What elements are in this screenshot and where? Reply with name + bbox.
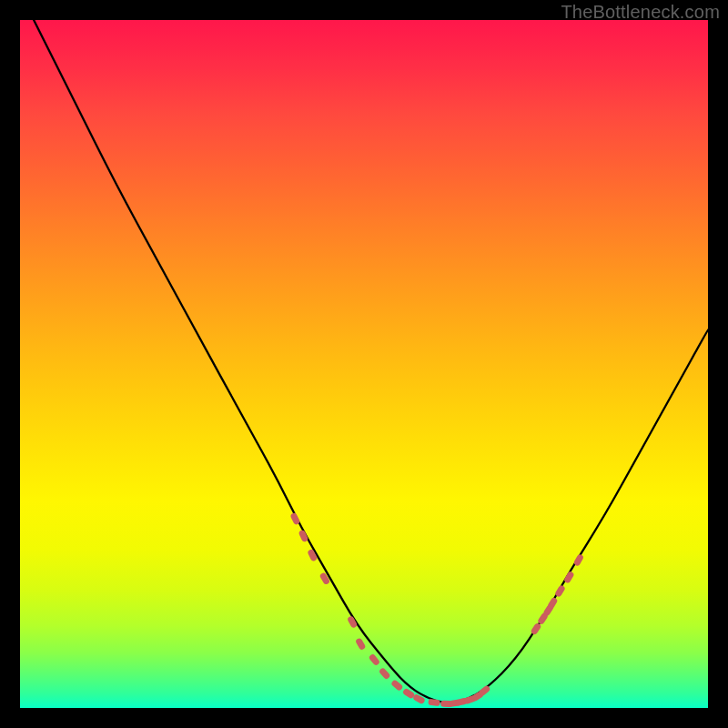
curve-marker xyxy=(390,679,403,692)
valley-markers-group xyxy=(428,684,490,707)
curve-marker xyxy=(379,667,391,680)
curve-marker xyxy=(355,637,367,651)
curve-marker xyxy=(369,653,381,667)
curve-marker xyxy=(428,699,440,706)
chart-stage: TheBottleneck.com xyxy=(0,0,728,728)
chart-overlay-svg xyxy=(20,20,708,708)
bottleneck-curve-line xyxy=(34,20,708,703)
